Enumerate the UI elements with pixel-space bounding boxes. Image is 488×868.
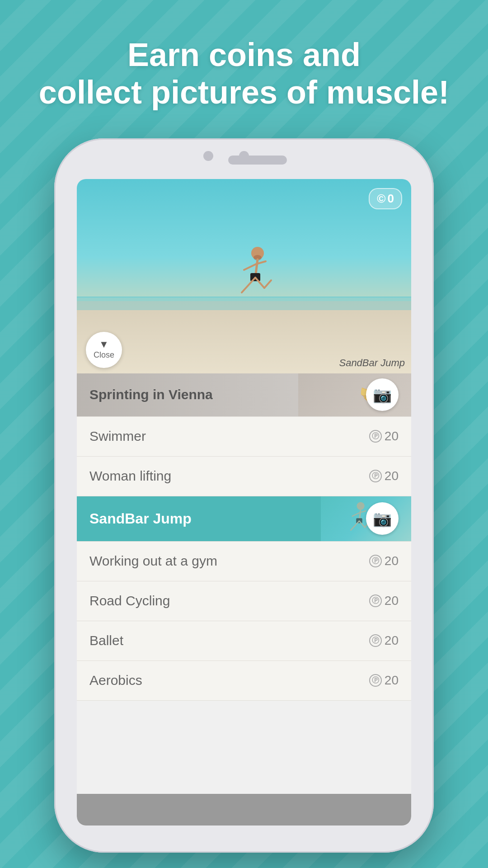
list-item-coin: Ⓟ 20 [369, 469, 399, 483]
list-item-label: Ballet [89, 633, 123, 648]
coin-icon: Ⓟ [369, 674, 382, 687]
coin-icon: Ⓟ [369, 555, 382, 567]
coin-icon: Ⓟ [369, 594, 382, 607]
coin-icon: Ⓟ [369, 634, 382, 647]
header-line1: Earn coins and [127, 37, 361, 73]
camera-button[interactable]: 📷 [366, 502, 399, 535]
list-item[interactable]: Ballet Ⓟ 20 [77, 621, 411, 661]
list-item[interactable]: Woman lifting Ⓟ 20 [77, 457, 411, 496]
cost-value: 20 [385, 633, 399, 648]
header-line2: collect pictures of muscle! [39, 74, 449, 110]
front-camera-icon [203, 151, 213, 161]
list-area: 🤝 Sprinting in Vienna 📷 Swimmer Ⓟ 20 Wom… [77, 373, 411, 794]
list-item-label: Sprinting in Vienna [89, 387, 213, 402]
coin-symbol: © [377, 192, 385, 206]
camera-icon: 📷 [373, 386, 392, 404]
phone-screen: © 0 [77, 179, 411, 826]
phone-shell: © 0 [54, 138, 434, 853]
list-item-coin: Ⓟ 20 [369, 554, 399, 568]
cost-value: 20 [385, 673, 399, 688]
cost-value: 20 [385, 554, 399, 568]
list-item-active-row[interactable]: SandBar Jump 📷 [77, 496, 411, 542]
svg-line-8 [264, 280, 271, 288]
svg-line-14 [351, 521, 359, 530]
svg-point-9 [357, 502, 364, 509]
phone-top-bar [54, 138, 434, 179]
list-item-label: SandBar Jump [89, 510, 192, 527]
cost-value: 20 [385, 594, 399, 608]
list-item-coin: Ⓟ 20 [369, 673, 399, 688]
coin-count: 0 [388, 192, 394, 206]
coin-icon: Ⓟ [369, 430, 382, 443]
cost-value: 20 [385, 429, 399, 443]
list-item[interactable]: 🤝 Sprinting in Vienna 📷 [77, 373, 411, 417]
svg-line-3 [244, 264, 256, 270]
close-label: Close [94, 350, 114, 360]
coin-badge: © 0 [369, 188, 402, 209]
list-item-coin: Ⓟ 20 [369, 429, 399, 443]
list-item-coin: Ⓟ 20 [369, 594, 399, 608]
close-button[interactable]: ▼ Close [86, 332, 122, 368]
coin-icon: Ⓟ [369, 470, 382, 482]
phone-speaker [228, 156, 287, 165]
camera-button[interactable]: 📷 [366, 378, 399, 411]
hero-image: © 0 [77, 179, 411, 373]
camera-icon: 📷 [373, 509, 392, 528]
list-item-label: Swimmer [89, 429, 146, 444]
list-item[interactable]: Road Cycling Ⓟ 20 [77, 581, 411, 621]
hero-caption: SandBar Jump [339, 357, 405, 369]
list-item[interactable]: Aerobics Ⓟ 20 [77, 661, 411, 701]
cost-value: 20 [385, 469, 399, 483]
runner-figure [230, 245, 280, 306]
svg-line-11 [352, 512, 360, 516]
header-text: Earn coins and collect pictures of muscl… [12, 36, 476, 111]
list-item-label: Road Cycling [89, 593, 170, 609]
bottom-bar [77, 794, 411, 826]
close-arrow-icon: ▼ [99, 340, 109, 349]
list-item-label: Aerobics [89, 673, 142, 688]
list-item[interactable]: Swimmer Ⓟ 20 [77, 417, 411, 457]
svg-line-6 [242, 278, 255, 292]
list-item-coin: Ⓟ 20 [369, 633, 399, 648]
list-item-label: Working out at a gym [89, 553, 217, 569]
list-item[interactable]: Working out at a gym Ⓟ 20 [77, 542, 411, 581]
list-item-label: Woman lifting [89, 468, 171, 484]
